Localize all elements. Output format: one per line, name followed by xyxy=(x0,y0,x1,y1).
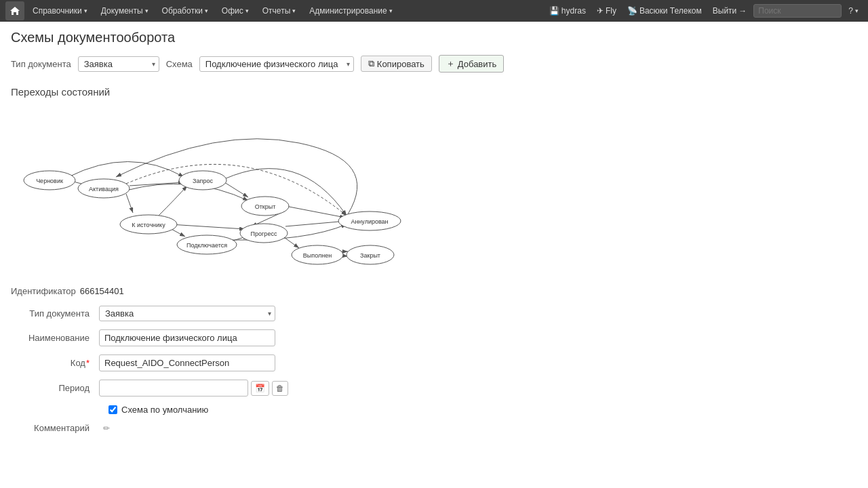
svg-text:Закрыт: Закрыт xyxy=(360,252,380,259)
svg-line-3 xyxy=(126,194,133,213)
svg-text:Аннулирован: Аннулирован xyxy=(351,218,388,225)
database-icon: 💾 xyxy=(549,6,559,16)
logout-button[interactable]: Выйти → xyxy=(709,0,751,22)
chevron-down-icon: ▾ xyxy=(245,7,249,14)
clear-period-button[interactable]: 🗑 xyxy=(272,381,288,396)
form-doc-type-label: Тип документа xyxy=(11,308,99,319)
code-row: Код xyxy=(11,354,857,371)
code-input[interactable] xyxy=(99,354,275,371)
svg-text:Прогресс: Прогресс xyxy=(251,230,277,237)
comment-label: Комментарий xyxy=(11,423,99,433)
svg-text:Запрос: Запрос xyxy=(193,178,213,184)
svg-text:К источнику: К источнику xyxy=(132,222,165,228)
default-schema-label: Схема по умолчанию xyxy=(121,405,208,415)
svg-text:Открыт: Открыт xyxy=(255,203,276,210)
page-content: Схемы документооборота Тип документа Зая… xyxy=(0,22,868,449)
plane-icon: ✈ xyxy=(597,6,604,16)
svg-line-7 xyxy=(170,224,245,229)
chevron-down-icon: ▾ xyxy=(84,7,87,14)
doc-type-row: Тип документа Заявка ▾ xyxy=(11,306,857,321)
nav-item-documents[interactable]: Документы ▾ xyxy=(96,0,154,22)
nav-telecom[interactable]: 📡 Васюки Телеком xyxy=(623,0,706,22)
calendar-icon: 📅 xyxy=(255,384,265,393)
calendar-button[interactable]: 📅 xyxy=(251,381,269,396)
chevron-down-icon: ▾ xyxy=(389,7,393,14)
default-schema-row: Схема по умолчанию xyxy=(108,405,857,415)
page-title: Схемы документооборота xyxy=(11,30,857,45)
svg-text:Подключается: Подключается xyxy=(186,242,227,249)
comment-row: Комментарий ✏ xyxy=(11,423,857,433)
plus-icon: ＋ xyxy=(446,58,455,70)
period-label: Период xyxy=(11,383,99,393)
nav-item-reports[interactable]: Отчеты ▾ xyxy=(257,0,301,22)
id-row: Идентификатор 666154401 xyxy=(11,286,857,296)
doc-type-label: Тип документа xyxy=(11,59,71,69)
copy-button[interactable]: ⧉ Копировать xyxy=(361,56,432,72)
chevron-down-icon: ▾ xyxy=(145,7,149,14)
add-button[interactable]: ＋ Добавить xyxy=(439,55,504,73)
id-value: 666154401 xyxy=(80,286,124,296)
svg-text:Выполнен: Выполнен xyxy=(303,252,332,259)
nav-item-processing[interactable]: Обработки ▾ xyxy=(157,0,214,22)
chevron-down-icon: ▾ xyxy=(855,7,859,14)
doc-type-select-wrap: Заявка ▾ xyxy=(78,56,159,72)
svg-line-10 xyxy=(285,221,347,226)
logout-icon: → xyxy=(738,6,747,16)
form-doc-type-select[interactable]: Заявка xyxy=(99,306,275,321)
code-label: Код xyxy=(11,358,99,368)
help-button[interactable]: ? ▾ xyxy=(844,0,863,22)
period-wrap: 📅 🗑 xyxy=(99,380,288,396)
nav-item-admin[interactable]: Администрирование ▾ xyxy=(304,0,397,22)
home-button[interactable] xyxy=(5,1,24,20)
navbar: Справочники ▾ Документы ▾ Обработки ▾ Оф… xyxy=(0,0,868,22)
nav-fly[interactable]: ✈ Fly xyxy=(593,0,620,22)
period-input[interactable] xyxy=(99,380,248,396)
edit-icon[interactable]: ✏ xyxy=(103,424,110,433)
trash-icon: 🗑 xyxy=(276,384,284,393)
signal-icon: 📡 xyxy=(627,6,637,16)
copy-icon: ⧉ xyxy=(368,58,374,69)
svg-line-5 xyxy=(285,206,345,218)
period-row: Период 📅 🗑 xyxy=(11,380,857,396)
search-input[interactable] xyxy=(753,4,842,18)
schema-select[interactable]: Подключение физического лица xyxy=(199,56,354,72)
toolbar: Тип документа Заявка ▾ Схема Подключение… xyxy=(11,55,857,73)
help-icon: ? xyxy=(848,6,853,16)
nav-hydras[interactable]: 💾 hydras xyxy=(545,0,590,22)
nav-item-office[interactable]: Офис ▾ xyxy=(216,0,254,22)
diagram-area: Черновик Активация Запрос Открыт К источ… xyxy=(11,106,418,275)
chevron-down-icon: ▾ xyxy=(205,7,208,14)
state-diagram: Черновик Активация Запрос Открыт К источ… xyxy=(11,106,418,275)
svg-line-4 xyxy=(224,182,248,197)
nav-item-references[interactable]: Справочники ▾ xyxy=(27,0,93,22)
chevron-down-icon: ▾ xyxy=(292,7,296,14)
name-input[interactable] xyxy=(99,329,275,346)
svg-text:Активация: Активация xyxy=(89,186,119,192)
form-doc-type-select-wrap: Заявка ▾ xyxy=(99,306,275,321)
schema-label: Схема xyxy=(166,59,193,69)
section-title: Переходы состояний xyxy=(11,86,857,98)
id-label: Идентификатор xyxy=(11,286,76,296)
name-row: Наименование xyxy=(11,329,857,346)
transitions-section: Переходы состояний xyxy=(11,86,857,433)
svg-text:Черновик: Черновик xyxy=(36,178,63,184)
name-label: Наименование xyxy=(11,333,99,343)
doc-type-select[interactable]: Заявка xyxy=(78,56,159,72)
default-schema-checkbox[interactable] xyxy=(108,405,117,414)
schema-select-wrap: Подключение физического лица ▾ xyxy=(199,56,354,72)
